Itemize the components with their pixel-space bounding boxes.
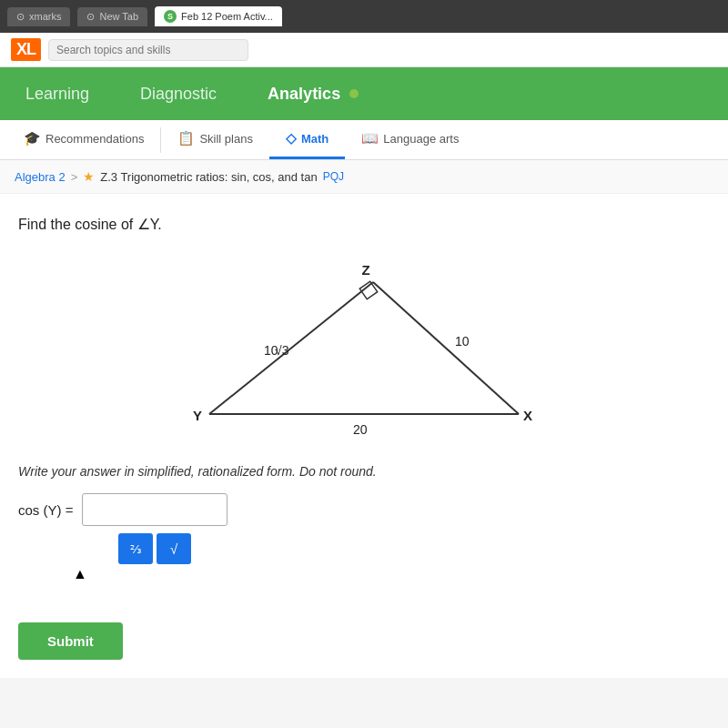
- sqrt-button[interactable]: √: [157, 533, 191, 564]
- xl-logo: XL: [11, 38, 41, 61]
- tab-xmarks[interactable]: ⊙ xmarks: [7, 7, 70, 26]
- fraction-button[interactable]: ⅔: [118, 533, 153, 564]
- sub-tabs: 🎓 Recommendations 📋 Skill plans ◇ Math 📖…: [0, 120, 728, 160]
- tab-active[interactable]: S Feb 12 Poem Activ...: [155, 6, 282, 26]
- browser-chrome: ⊙ xmarks ⊙ New Tab S Feb 12 Poem Activ..…: [0, 0, 728, 33]
- fraction-icon: ⅔: [130, 542, 142, 556]
- sub-tab-languagearts[interactable]: 📖 Language arts: [345, 120, 475, 159]
- math-buttons: ⅔ √: [118, 533, 710, 564]
- answer-input[interactable]: [82, 493, 228, 526]
- answer-row: cos (Y) =: [18, 493, 710, 526]
- answer-instruction: Write your answer in simplified, rationa…: [18, 464, 710, 479]
- cos-label: cos (Y) =: [18, 502, 73, 518]
- svg-text:√3: √3: [275, 343, 289, 358]
- vertex-x-label: X: [523, 408, 532, 423]
- nav-tab-analytics[interactable]: Analytics: [242, 67, 366, 120]
- side-yx-label: 20: [353, 422, 368, 437]
- question-prompt: Find the cosine of ∠Y.: [18, 216, 710, 233]
- breadcrumb: Algebra 2 > ★ Z.3 Trigonometric ratios: …: [0, 160, 728, 194]
- languagearts-icon: 📖: [361, 130, 379, 147]
- sub-tab-math[interactable]: ◇ Math: [269, 120, 345, 159]
- search-input[interactable]: [48, 39, 248, 61]
- side-zx-label: 10: [455, 334, 470, 349]
- nav-tab-learning[interactable]: Learning: [0, 67, 115, 120]
- vertex-y-label: Y: [193, 408, 202, 423]
- nav-tabs: Learning Diagnostic Analytics: [0, 67, 728, 120]
- nav-tab-diagnostic[interactable]: Diagnostic: [115, 67, 242, 120]
- tab-icon: ⊙: [16, 11, 25, 23]
- svg-line-1: [373, 282, 519, 414]
- answer-section: Write your answer in simplified, rationa…: [18, 464, 710, 582]
- breadcrumb-separator: >: [71, 170, 78, 184]
- svg-line-0: [209, 282, 373, 414]
- sqrt-icon: √: [170, 541, 177, 557]
- cursor-arrow: ▲: [73, 566, 87, 581]
- main-content: Find the cosine of ∠Y. Z Y X 10 √3 10 20: [0, 194, 728, 604]
- breadcrumb-code: PQJ: [323, 170, 344, 183]
- app-header: XL: [0, 33, 728, 67]
- breadcrumb-current: Z.3 Trigonometric ratios: sin, cos, and …: [100, 170, 317, 184]
- tab-icon-s: S: [164, 10, 177, 23]
- vertex-z-label: Z: [361, 262, 369, 278]
- triangle-diagram: Z Y X 10 √3 10 20: [164, 255, 564, 446]
- tab-icon: ⊙: [86, 11, 95, 23]
- submit-button[interactable]: Submit: [18, 622, 123, 660]
- math-icon: ◇: [286, 130, 297, 147]
- sub-tab-skillplans[interactable]: 📋 Skill plans: [161, 120, 269, 159]
- submit-section: Submit: [0, 604, 728, 678]
- recommendations-icon: 🎓: [24, 130, 41, 147]
- tab-newtab[interactable]: ⊙ New Tab: [77, 7, 147, 26]
- breadcrumb-parent[interactable]: Algebra 2: [15, 170, 66, 184]
- sub-tab-recommendations[interactable]: 🎓 Recommendations: [7, 120, 160, 159]
- skillplans-icon: 📋: [177, 130, 195, 147]
- diagram-container: Z Y X 10 √3 10 20: [18, 255, 710, 446]
- nav-indicator: [349, 89, 359, 98]
- breadcrumb-star-icon: ★: [83, 169, 95, 184]
